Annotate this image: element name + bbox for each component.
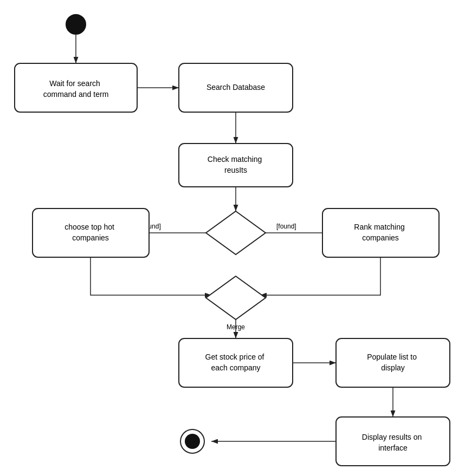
search-db-label: Search Database <box>206 83 265 92</box>
start-node <box>66 15 86 34</box>
end-inner <box>185 434 200 449</box>
display-node <box>336 417 450 466</box>
arrow-choose-merge <box>91 257 211 295</box>
decision1-node <box>206 211 266 255</box>
found-label: [found] <box>276 223 296 230</box>
arrow-rank-merge <box>260 257 380 295</box>
merge-node <box>206 276 266 319</box>
wait-node <box>15 63 137 112</box>
